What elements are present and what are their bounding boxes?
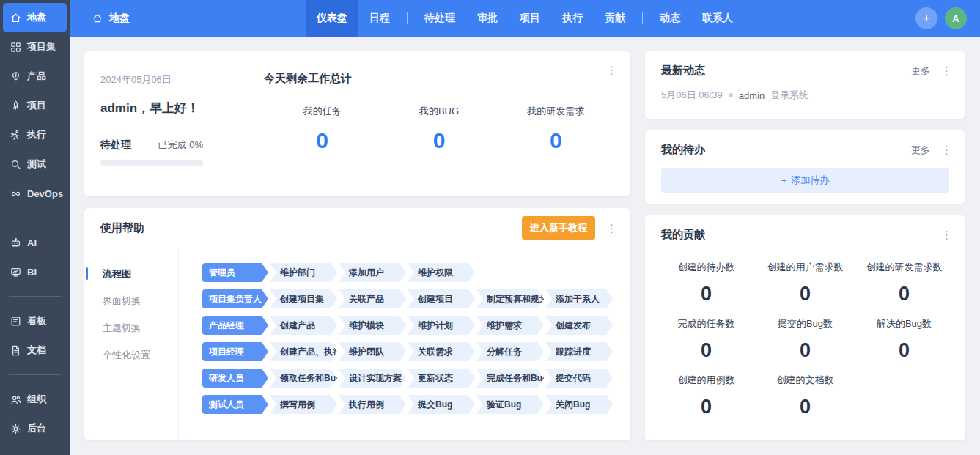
help-card-header: 使用帮助 进入新手教程 ⋮ — [84, 208, 630, 248]
kebab-menu-icon[interactable]: ⋮ — [941, 144, 952, 155]
step-chip[interactable]: 关联需求 — [408, 342, 475, 361]
sidebar-item-label: 项目 — [27, 99, 46, 112]
tab-dynamic[interactable]: 动态 — [649, 0, 691, 37]
home-icon — [10, 12, 22, 24]
right-column: 最新动态 更多 ⋮ 5月06日 06:39 admin 登录系统 我的待办 更多 — [645, 51, 965, 440]
step-chip[interactable]: 验证Bug — [476, 395, 544, 414]
topbar-brand-label: 地盘 — [109, 12, 130, 25]
avatar[interactable]: A — [945, 7, 967, 29]
step-chip[interactable]: 创建产品、执行 — [270, 342, 337, 361]
infinity-icon — [10, 188, 22, 200]
help-tab-ui-switch[interactable]: 界面切换 — [84, 287, 178, 314]
kebab-menu-icon[interactable]: ⋮ — [606, 223, 617, 234]
tab-project[interactable]: 项目 — [509, 0, 551, 37]
role-chip: 项目经理 — [202, 342, 268, 361]
sidebar-item-program[interactable]: 项目集 — [3, 32, 67, 62]
step-chip[interactable]: 添加用户 — [339, 263, 406, 282]
sidebar-item-label: 产品 — [27, 70, 46, 83]
step-chip[interactable]: 更新状态 — [408, 369, 475, 388]
step-chip[interactable]: 添加干系人 — [545, 289, 613, 308]
step-chip[interactable]: 维护部门 — [270, 263, 337, 282]
kebab-menu-icon[interactable]: ⋮ — [941, 229, 952, 240]
step-chip[interactable]: 创建项目 — [408, 289, 475, 308]
current-date: 2024年05月06日 — [100, 73, 229, 86]
step-chip[interactable]: 提交代码 — [545, 369, 613, 388]
step-chip[interactable]: 创建发布 — [545, 316, 613, 335]
plus-icon: + — [923, 11, 931, 26]
sidebar-item-product[interactable]: 产品 — [3, 62, 67, 91]
help-card-body: 流程图界面切换主题切换个性化设置 管理员维护部门添加用户维护权限项目集负责人创建… — [84, 248, 630, 440]
step-chip[interactable]: 维护计划 — [408, 316, 475, 335]
tab-review[interactable]: 审批 — [466, 0, 509, 37]
sidebar-item-ai[interactable]: AI — [3, 228, 67, 257]
robot-icon — [10, 237, 22, 249]
sidebar-item-doc[interactable]: 文档 — [3, 336, 67, 365]
step-chip[interactable]: 维护团队 — [339, 342, 406, 361]
tab-todo[interactable]: 待处理 — [413, 0, 466, 37]
step-chip[interactable]: 跟踪进度 — [545, 342, 613, 361]
bulb-icon — [10, 70, 22, 83]
work-summary-stat: 我的BUG0 — [380, 105, 497, 153]
sidebar-divider — [9, 296, 61, 297]
monitor-icon — [10, 266, 22, 278]
step-chip[interactable]: 制定预算和规划 — [476, 289, 544, 308]
add-todo-button[interactable]: + 添加待办 — [661, 168, 949, 193]
activity-card: 最新动态 更多 ⋮ 5月06日 06:39 admin 登录系统 — [645, 51, 965, 119]
step-chip[interactable]: 关闭Bug — [545, 395, 613, 414]
step-chip[interactable]: 维护权限 — [408, 263, 475, 282]
stat-label: 我的BUG — [380, 105, 497, 118]
kebab-menu-icon[interactable]: ⋮ — [606, 64, 617, 75]
stat-label: 提交的Bug数 — [756, 317, 855, 330]
sidebar-item-qa[interactable]: 测试 — [3, 149, 67, 179]
step-chip[interactable]: 维护模块 — [339, 316, 406, 335]
sidebar-item-execution[interactable]: 执行 — [3, 120, 67, 149]
tab-contacts[interactable]: 联系人 — [691, 0, 744, 37]
step-chip[interactable]: 完成任务和Bug — [476, 369, 544, 388]
sidebar-item-admin[interactable]: 后台 — [3, 414, 67, 443]
tab-execution[interactable]: 执行 — [551, 0, 594, 37]
todo-more-link[interactable]: 更多 — [911, 144, 930, 157]
step-chip[interactable]: 撰写用例 — [270, 395, 337, 414]
tab-contribute[interactable]: 贡献 — [594, 0, 636, 37]
work-summary-stats: 我的任务0我的BUG0我的研发需求0 — [264, 105, 614, 153]
step-chip[interactable]: 提交Bug — [408, 395, 475, 414]
step-chip[interactable]: 创建产品 — [270, 316, 337, 335]
people-icon — [10, 393, 22, 406]
tab-calendar[interactable]: 日程 — [358, 0, 401, 37]
sidebar-item-home[interactable]: 地盘 — [3, 3, 67, 32]
tutorial-button[interactable]: 进入新手教程 — [522, 216, 595, 240]
sidebar-divider — [9, 374, 61, 375]
todo-card-title: 我的待办 — [661, 143, 911, 157]
step-chip[interactable]: 分解任务 — [476, 342, 544, 361]
step-chip[interactable]: 创建项目集 — [270, 289, 337, 308]
sidebar-item-org[interactable]: 组织 — [3, 385, 67, 414]
help-tab-personalize[interactable]: 个性化设置 — [84, 341, 178, 369]
step-chip[interactable]: 执行用例 — [339, 395, 406, 414]
help-card: 使用帮助 进入新手教程 ⋮ 流程图界面切换主题切换个性化设置 管理员维护部门添加… — [84, 208, 630, 440]
work-summary-stat: 我的任务0 — [264, 105, 380, 153]
kebab-menu-icon[interactable]: ⋮ — [941, 65, 952, 76]
tab-dashboard[interactable]: 仪表盘 — [306, 0, 358, 37]
activity-more-link[interactable]: 更多 — [911, 64, 930, 78]
contribution-stat: 完成的任务数0 — [657, 306, 756, 362]
stat-value: 0 — [657, 283, 756, 306]
sidebar-item-label: 后台 — [27, 422, 46, 435]
step-chip[interactable]: 领取任务和Bug — [270, 369, 337, 388]
sidebar-item-kanban[interactable]: 看板 — [3, 306, 67, 336]
create-button[interactable]: + — [915, 7, 937, 29]
sidebar-item-project[interactable]: 项目 — [3, 91, 67, 120]
help-tab-flowchart[interactable]: 流程图 — [84, 260, 178, 287]
activity-user[interactable]: admin — [739, 90, 765, 101]
help-tab-theme-switch[interactable]: 主题切换 — [84, 314, 178, 341]
step-chip[interactable]: 设计实现方案 — [339, 369, 406, 388]
todo-card-header: 我的待办 更多 ⋮ — [645, 130, 965, 157]
sidebar-item-bi[interactable]: BI — [3, 257, 67, 286]
topbar-brand[interactable]: 地盘 — [92, 0, 130, 37]
sidebar-item-devops[interactable]: DevOps — [3, 179, 67, 208]
contribution-stat: 创建的待办数0 — [657, 249, 756, 306]
step-chip[interactable]: 关联产品 — [339, 289, 406, 308]
stat-value: 0 — [380, 128, 497, 153]
stat-label: 解决的Bug数 — [855, 317, 954, 330]
stat-label: 创建的待办数 — [657, 261, 756, 274]
step-chip[interactable]: 维护需求 — [476, 316, 544, 335]
